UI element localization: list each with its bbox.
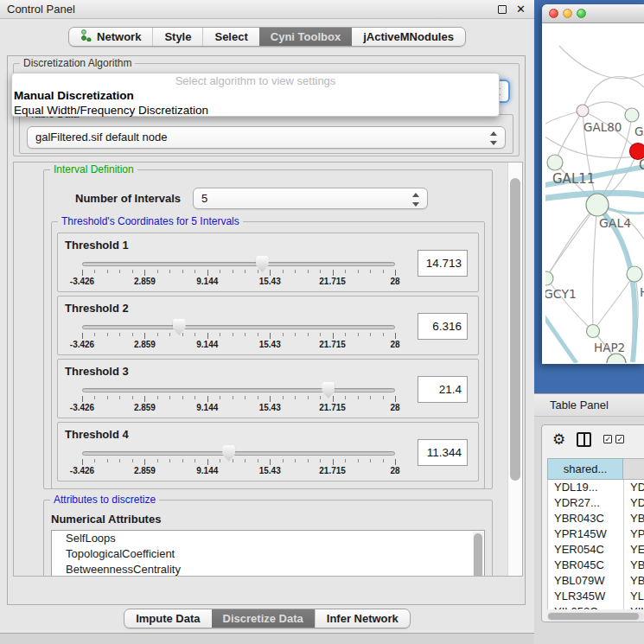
- tick-label: 28: [390, 466, 399, 475]
- threshold-value-input[interactable]: [418, 439, 468, 466]
- table-cell[interactable]: YDL1: [624, 480, 644, 495]
- threshold-slider[interactable]: [82, 451, 395, 456]
- table-row[interactable]: YBR045CYBR0: [548, 558, 644, 573]
- threshold-value-input[interactable]: [418, 250, 468, 277]
- tab-style[interactable]: Style: [152, 28, 202, 46]
- algorithm-placeholder-option[interactable]: Select algorithm to view settings: [12, 74, 499, 88]
- column-header-name[interactable]: na: [623, 458, 644, 480]
- table-cell[interactable]: YBL079W: [548, 573, 624, 589]
- panel-scrollbar[interactable]: [507, 163, 522, 576]
- table-header-row: shared... na: [547, 458, 644, 480]
- list-scrollbar[interactable]: [473, 532, 483, 577]
- tab-infer-network[interactable]: Infer Network: [315, 609, 410, 628]
- table-cell[interactable]: YBR043C: [548, 511, 624, 526]
- bottom-tab-bar: Impute Data Discretize Data Infer Networ…: [0, 609, 534, 628]
- table-data-combobox[interactable]: galFiltered.sif default node: [27, 126, 506, 149]
- slider-ticks: [82, 332, 395, 339]
- table-cell[interactable]: YBR045C: [548, 558, 624, 573]
- number-of-intervals-combobox[interactable]: 5: [193, 188, 428, 209]
- table-cell[interactable]: YLR3: [624, 589, 644, 604]
- attribute-list-item[interactable]: BetweennessCentrality: [52, 562, 484, 577]
- table-cell[interactable]: YDL19...: [548, 480, 624, 495]
- column-header-shared-name[interactable]: shared...: [547, 458, 623, 480]
- table-toolbar: ⚙ ✓ ✓: [542, 425, 644, 453]
- threshold-label: Threshold 1: [65, 239, 129, 252]
- scrollbar-thumb[interactable]: [510, 178, 520, 481]
- tab-discretize-data[interactable]: Discretize Data: [212, 609, 315, 628]
- table-cell[interactable]: YBR0: [624, 558, 644, 573]
- table-cell[interactable]: YER0: [624, 542, 644, 558]
- split-columns-icon[interactable]: [577, 432, 591, 447]
- table-cell[interactable]: YER054C: [548, 542, 624, 558]
- node-gcy1[interactable]: [545, 271, 553, 285]
- table-panel-header[interactable]: Table Panel: [534, 393, 644, 417]
- node-gal4[interactable]: [586, 194, 609, 216]
- table-cell[interactable]: YPR1: [624, 526, 644, 542]
- tick-label: 2.859: [134, 403, 156, 412]
- threshold-slider[interactable]: [82, 388, 395, 392]
- table-panel-body: ⚙ ✓ ✓ shared... na YDL19...YDL1YDR27...Y…: [534, 417, 644, 644]
- close-traffic-light-icon[interactable]: [549, 9, 558, 18]
- slider-ticks: [82, 395, 395, 402]
- threshold-slider[interactable]: [82, 325, 395, 329]
- table-cell[interactable]: YDR2: [624, 495, 644, 511]
- tab-select[interactable]: Select: [202, 28, 258, 46]
- node-right-mid[interactable]: [627, 266, 642, 282]
- numerical-attributes-list[interactable]: SelfLoopsTopologicalCoefficientBetweenne…: [51, 530, 485, 577]
- tick-label: -3.426: [70, 466, 94, 475]
- table-row[interactable]: YDL19...YDL1: [548, 480, 644, 495]
- node-partial-top[interactable]: [625, 108, 639, 122]
- tab-jactivemnodules[interactable]: jActiveMNodules: [352, 28, 465, 46]
- zoom-traffic-light-icon[interactable]: [577, 9, 586, 18]
- threshold-slider[interactable]: [82, 262, 395, 266]
- table-row[interactable]: YPR145WYPR1: [548, 526, 644, 542]
- combo-stepper-icon: [411, 193, 420, 207]
- threshold-coordinates-title: Threshold's Coordinates for 5 Intervals: [58, 215, 243, 228]
- tab-cyni-toolbox[interactable]: Cyni Toolbox: [259, 28, 352, 46]
- table-cell[interactable]: YLR345W: [548, 589, 624, 604]
- tab-impute-data[interactable]: Impute Data: [124, 609, 211, 628]
- table-row[interactable]: YDR27...YDR2: [548, 495, 644, 511]
- table-cell[interactable]: YPR145W: [548, 526, 624, 542]
- checkbox-icon[interactable]: ✓: [615, 435, 624, 443]
- network-canvas[interactable]: GAL80 GA GAL11 C GAL4 GCY1 H HAP2: [545, 23, 644, 363]
- settings-scrollpane: Interval Definition Number of Intervals …: [13, 162, 523, 577]
- attribute-list-item[interactable]: TopologicalCoefficient: [52, 546, 484, 562]
- table-row[interactable]: YER054CYER0: [548, 542, 644, 558]
- table-horizontal-scrollbar[interactable]: [547, 612, 644, 621]
- checkbox-icon[interactable]: ✓: [603, 435, 612, 443]
- number-of-intervals-label: Number of Intervals: [75, 192, 181, 205]
- table-cell[interactable]: YDR27...: [548, 495, 624, 511]
- table-cell[interactable]: YIL0: [624, 604, 644, 609]
- scrollbar-thumb[interactable]: [474, 533, 482, 577]
- tab-network[interactable]: Network: [69, 28, 152, 46]
- table-panel-title: Table Panel: [550, 399, 609, 411]
- algorithm-option-equal-width[interactable]: Equal Width/Frequency Discretization: [12, 103, 499, 118]
- algorithm-option-manual[interactable]: Manual Discretization: [12, 88, 499, 103]
- table-cell[interactable]: YIL052C: [548, 604, 624, 609]
- node-hap2[interactable]: [587, 325, 600, 338]
- gear-icon[interactable]: ⚙: [552, 430, 565, 449]
- node-label-gal11: GAL11: [552, 171, 595, 187]
- tick-label: 2.859: [134, 277, 156, 286]
- table-row[interactable]: YIL052CYIL0: [548, 604, 644, 609]
- node-bottom-partial[interactable]: [607, 354, 626, 363]
- table-row[interactable]: YLR345WYLR3: [548, 589, 644, 604]
- table-cell[interactable]: YBR0: [624, 511, 644, 526]
- network-window-titlebar: [542, 4, 644, 23]
- attributes-to-discretize-group: Attributes to discretize Numerical Attri…: [43, 500, 493, 577]
- node-gal80[interactable]: [577, 105, 589, 117]
- node-gal11[interactable]: [547, 155, 563, 170]
- threshold-value-input[interactable]: [418, 376, 468, 403]
- tick-label: 28: [390, 277, 399, 286]
- scrollbar-thumb[interactable]: [548, 613, 639, 620]
- attribute-list-item[interactable]: SelfLoops: [52, 531, 484, 546]
- table-row[interactable]: YBR043CYBR0: [548, 511, 644, 526]
- minimize-traffic-light-icon[interactable]: [563, 9, 572, 18]
- table-cell[interactable]: YBL0: [624, 573, 644, 589]
- close-icon[interactable]: ✕: [516, 5, 526, 14]
- float-window-icon[interactable]: [498, 5, 507, 14]
- table-row[interactable]: YBL079WYBL0: [548, 573, 644, 589]
- network-view-window[interactable]: GAL80 GA GAL11 C GAL4 GCY1 H HAP2: [542, 4, 644, 364]
- threshold-value-input[interactable]: [418, 313, 468, 340]
